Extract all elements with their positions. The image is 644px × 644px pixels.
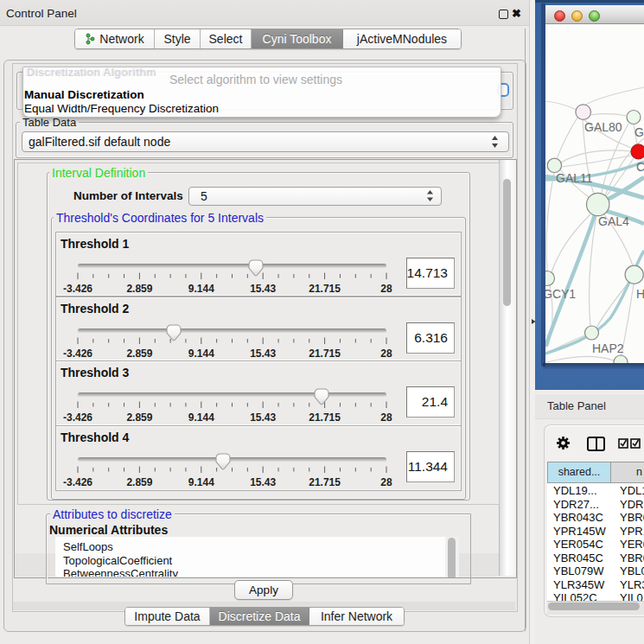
svg-text:H: H [636,287,644,301]
svg-text:GCY1: GCY1 [545,287,576,301]
svg-text:HAP2: HAP2 [592,341,624,355]
svg-text:GAL11: GAL11 [556,171,593,185]
svg-text:C: C [636,160,644,174]
svg-text:GAL4: GAL4 [598,214,629,228]
svg-text:GAL80: GAL80 [584,120,622,134]
svg-text:GA: GA [634,125,644,139]
